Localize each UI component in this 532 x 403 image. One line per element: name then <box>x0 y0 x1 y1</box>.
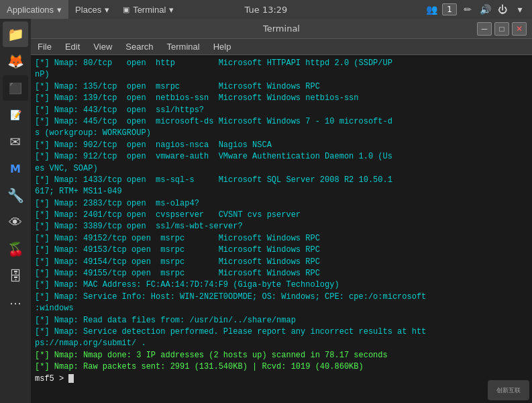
terminal-icon-small: ▣ <box>123 5 129 14</box>
taskbar: Applications ▾ Places ▾ ▣ Terminal ▾ Tue… <box>0 0 532 19</box>
menu-help[interactable]: Help <box>207 39 238 55</box>
taskbar-datetime: Tue 13:29 <box>245 5 288 15</box>
places-label: Places <box>75 5 101 15</box>
menu-file[interactable]: File <box>31 39 58 55</box>
close-button[interactable]: ✕ <box>512 22 527 36</box>
menu-bar: File Edit View Search Terminal Help <box>31 39 532 55</box>
sidebar-item-cherry[interactable]: 🍒 <box>3 236 28 262</box>
terminal-line: [*] Nmap: 49152/tcp open msrpc Microsoft… <box>35 233 528 244</box>
terminal-titlebar: Terminal ─ □ ✕ <box>31 19 532 39</box>
apps-chevron-icon: ▾ <box>57 5 62 15</box>
menu-search[interactable]: Search <box>119 39 160 55</box>
terminal-line: [*] Nmap: 49154/tcp open msrpc Microsoft… <box>35 257 528 268</box>
people-icon: 👥 <box>425 3 438 16</box>
sound-icon: 🔊 <box>478 3 492 16</box>
network-icon: ✏ <box>461 3 474 16</box>
sidebar-item-metasploit[interactable]: M <box>3 156 28 181</box>
terminal-line: [*] Nmap: 49155/tcp open msrpc Microsoft… <box>35 268 528 279</box>
applications-menu[interactable]: Applications ▾ <box>0 0 68 19</box>
terminal-line: [*] Nmap: 902/tcp open nagios-nsca Nagio… <box>35 140 528 151</box>
terminal-line: 617; RTM+ MS11-049 <box>35 186 528 197</box>
terminal-line: [*] Nmap: Service detection performed. P… <box>35 326 528 338</box>
terminal-window-title: Terminal <box>263 24 300 34</box>
terminal-label: Terminal <box>133 5 166 15</box>
terminal-line: [*] Nmap: 445/tcp open microsoft-ds Micr… <box>35 116 528 128</box>
terminal-menu[interactable]: ▣ Terminal ▾ <box>116 0 180 19</box>
applications-label: Applications <box>7 5 54 15</box>
terminal-line: [*] Nmap: 912/tcp open vmware-auth VMwar… <box>35 151 528 163</box>
places-chevron-icon: ▾ <box>105 5 109 15</box>
terminal-line: es VNC, SOAP) <box>35 163 528 175</box>
taskbar-right: 👥 1 ✏ 🔊 ⏻ ▾ <box>425 3 532 16</box>
terminal-controls: ─ □ ✕ <box>477 22 527 36</box>
terminal-line: msf5 > <box>35 373 528 385</box>
maximize-button[interactable]: □ <box>494 22 509 36</box>
menu-edit[interactable]: Edit <box>58 39 87 55</box>
sidebar: 📁 🦊 ⬛ 📝 ✉ M 🔧 👁 🍒 🗄 ⋯ <box>0 19 31 403</box>
sidebar-item-mail[interactable]: ✉ <box>3 129 28 154</box>
terminal-line: [*] Nmap: 49153/tcp open msrpc Microsoft… <box>35 244 528 256</box>
terminal-line: [*] Nmap: 2401/tcp open cvspserver CVSNT… <box>35 210 528 221</box>
terminal-line: [*] Nmap: Raw packets sent: 2991 (131.54… <box>35 361 528 373</box>
sidebar-item-terminal[interactable]: ⬛ <box>3 75 28 101</box>
places-menu[interactable]: Places ▾ <box>68 0 116 19</box>
terminal-content[interactable]: [*] Nmap: 80/tcp open http Microsoft HTT… <box>31 55 532 403</box>
terminal-line: [*] Nmap: 3389/tcp open ssl/ms-wbt-serve… <box>35 221 528 232</box>
terminal-line: [*] Nmap: 139/tcp open netbios-ssn Micro… <box>35 93 528 104</box>
watermark: 创新互联 <box>488 380 529 400</box>
terminal-line: nP) <box>35 69 528 81</box>
minimize-button[interactable]: ─ <box>477 22 492 36</box>
terminal-line: [*] Nmap: Read data files from: /usr/bin… <box>35 315 528 326</box>
sidebar-item-eye[interactable]: 👁 <box>3 210 28 235</box>
terminal-line: ps://nmap.org/submit/ . <box>35 338 528 349</box>
sidebar-item-burp[interactable]: 🔧 <box>3 183 28 208</box>
terminal-chevron-icon: ▾ <box>169 5 174 15</box>
terminal-window: Terminal ─ □ ✕ File Edit View Search Ter… <box>31 19 532 403</box>
sidebar-item-apps[interactable]: ⋯ <box>3 290 28 316</box>
terminal-line: [*] Nmap: 1433/tcp open ms-sql-s Microso… <box>35 175 528 186</box>
sidebar-item-folder[interactable]: 📁 <box>3 21 28 47</box>
terminal-line: [*] Nmap: Nmap done: 3 IP addresses (2 h… <box>35 350 528 361</box>
terminal-line: [*] Nmap: 2383/tcp open ms-olap4? <box>35 198 528 210</box>
sidebar-item-firefox[interactable]: 🦊 <box>3 48 28 74</box>
chevron-down-icon: ▾ <box>513 3 527 16</box>
terminal-line: [*] Nmap: 80/tcp open http Microsoft HTT… <box>35 58 528 69</box>
sidebar-item-db[interactable]: 🗄 <box>3 263 28 289</box>
sidebar-item-text[interactable]: 📝 <box>3 102 28 128</box>
terminal-line: [*] Nmap: Service Info: Host: WIN-2N2ET0… <box>35 292 528 303</box>
taskbar-badge: 1 <box>442 3 457 15</box>
terminal-line: s (workgroup: WORKGROUP) <box>35 128 528 139</box>
power-icon: ⏻ <box>496 3 509 16</box>
menu-view[interactable]: View <box>87 39 119 55</box>
menu-terminal[interactable]: Terminal <box>160 39 207 55</box>
terminal-line: [*] Nmap: MAC Address: FC:AA:14:7D:74:F9… <box>35 279 528 291</box>
taskbar-left: Applications ▾ Places ▾ ▣ Terminal ▾ <box>0 0 180 19</box>
terminal-line: [*] Nmap: 135/tcp open msrpc Microsoft W… <box>35 81 528 93</box>
terminal-line: :windows <box>35 303 528 314</box>
terminal-cursor <box>68 374 74 383</box>
terminal-line: [*] Nmap: 443/tcp open ssl/https? <box>35 105 528 116</box>
